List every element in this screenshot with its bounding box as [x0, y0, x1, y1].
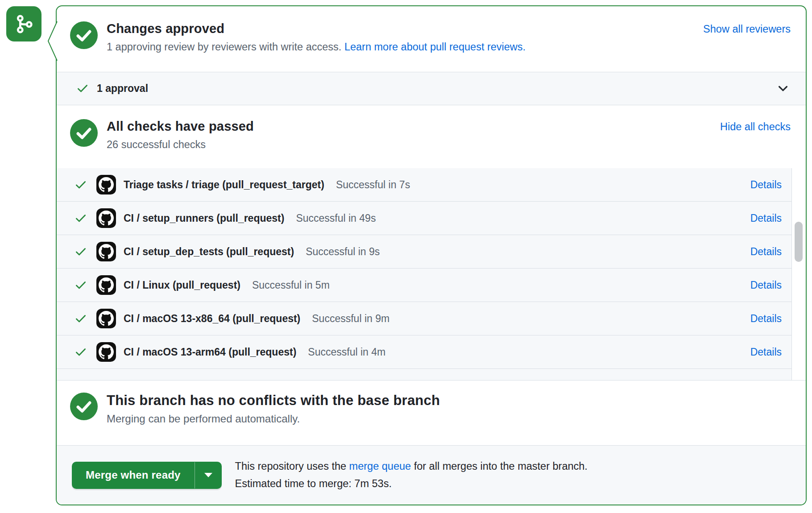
check-status: Successful in 9m	[312, 313, 389, 325]
caret-down-icon	[204, 473, 212, 477]
chevron-down-icon	[776, 82, 790, 95]
check-name: CI / macOS 13-x86_64 (pull_request)	[124, 313, 300, 325]
check-name: Triage tasks / triage (pull_request_targ…	[124, 179, 324, 191]
approval-summary-label: 1 approval	[97, 83, 148, 95]
approval-check-icon	[76, 82, 89, 95]
github-actions-icon	[96, 242, 116, 261]
review-section: Changes approved 1 approving review by r…	[57, 6, 806, 72]
show-all-reviewers-link[interactable]: Show all reviewers	[703, 23, 791, 35]
hide-all-checks-link[interactable]: Hide all checks	[720, 121, 791, 133]
check-row: CI / Linux (pull_request) Successful in …	[57, 269, 791, 302]
check-name: CI / setup_dep_tests (pull_request)	[124, 246, 294, 258]
conflicts-subtitle: Merging can be performed automatically.	[107, 413, 440, 425]
review-text: Changes approved 1 approving review by r…	[107, 21, 526, 72]
merge-when-ready-button[interactable]: Merge when ready	[72, 462, 222, 489]
check-details-link[interactable]: Details	[750, 246, 782, 258]
merge-info-prefix: This repository uses the	[235, 460, 349, 472]
merge-queue-line: This repository uses the merge queue for…	[235, 458, 588, 475]
check-details-link[interactable]: Details	[750, 279, 782, 291]
check-status: Successful in 5m	[252, 279, 330, 291]
checks-subtitle: 26 successful checks	[107, 139, 254, 151]
checks-section-header: All checks have passed 26 successful che…	[57, 105, 806, 169]
review-title: Changes approved	[107, 21, 526, 36]
check-row: CI / setup_dep_tests (pull_request) Succ…	[57, 235, 791, 269]
no-conflicts-check-icon	[70, 393, 98, 420]
check-row: Triage tasks / triage (pull_request_targ…	[57, 168, 791, 202]
check-details-link[interactable]: Details	[750, 313, 782, 325]
merge-options-dropdown[interactable]	[195, 462, 222, 489]
success-check-icon	[75, 346, 87, 358]
github-actions-icon	[96, 175, 116, 194]
approval-summary-row[interactable]: 1 approval	[57, 72, 806, 105]
checks-list: Triage tasks / triage (pull_request_targ…	[57, 168, 806, 381]
checks-rows: Triage tasks / triage (pull_request_targ…	[57, 168, 792, 381]
review-subtitle-text: 1 approving review by reviewers with wri…	[107, 41, 344, 53]
check-status: Successful in 9s	[306, 246, 380, 258]
review-learn-more-link[interactable]: Learn more about pull request reviews.	[344, 41, 526, 53]
check-row: CI / macOS 13-arm64 (pull_request) Succe…	[57, 335, 791, 369]
success-check-icon	[75, 178, 87, 191]
check-row: CI / setup_runners (pull_request) Succes…	[57, 202, 791, 235]
success-check-icon	[75, 279, 87, 291]
success-check-icon	[75, 312, 87, 325]
merge-status-box: Changes approved 1 approving review by r…	[56, 5, 807, 505]
check-details-link[interactable]: Details	[750, 212, 782, 224]
check-details-link[interactable]: Details	[750, 179, 782, 191]
git-merge-queue-icon	[11, 11, 37, 37]
github-actions-icon	[96, 342, 116, 362]
conflicts-text: This branch has no conflicts with the ba…	[107, 393, 440, 445]
check-status: Successful in 4m	[308, 346, 385, 358]
github-actions-icon	[96, 208, 116, 228]
check-row: CI / macOS 13-x86_64 (pull_request) Succ…	[57, 302, 791, 335]
merge-queue-link[interactable]: merge queue	[349, 460, 411, 472]
check-name: CI / Linux (pull_request)	[124, 279, 240, 291]
check-row-partial	[57, 369, 791, 381]
github-actions-icon	[96, 275, 116, 295]
success-check-icon	[75, 212, 87, 224]
merge-info-suffix: for all merges into the master branch.	[411, 460, 588, 472]
merge-estimate-line: Estimated time to merge: 7m 53s.	[235, 475, 588, 492]
merge-info-text: This repository uses the merge queue for…	[235, 458, 588, 492]
check-status: Successful in 49s	[296, 212, 376, 224]
success-check-icon	[75, 245, 87, 258]
box-pointer-notch	[47, 21, 58, 61]
merge-footer: Merge when ready This repository uses th…	[57, 445, 806, 505]
checks-passed-icon	[70, 119, 98, 147]
scrollbar-thumb[interactable]	[795, 222, 803, 262]
pr-merge-status-page: Changes approved 1 approving review by r…	[0, 0, 812, 513]
conflicts-title: This branch has no conflicts with the ba…	[107, 393, 440, 409]
merge-queue-badge	[6, 6, 41, 41]
github-actions-icon	[96, 309, 116, 328]
checks-title: All checks have passed	[107, 119, 254, 134]
check-details-link[interactable]: Details	[750, 346, 782, 358]
check-status: Successful in 7s	[336, 179, 410, 191]
review-subtitle: 1 approving review by reviewers with wri…	[107, 41, 526, 53]
check-name: CI / setup_runners (pull_request)	[124, 212, 284, 224]
conflicts-section: This branch has no conflicts with the ba…	[57, 381, 806, 445]
merge-button-label: Merge when ready	[72, 462, 195, 489]
checks-header-text: All checks have passed 26 successful che…	[107, 119, 254, 169]
approved-check-icon	[70, 21, 98, 49]
check-name: CI / macOS 13-arm64 (pull_request)	[124, 346, 296, 358]
